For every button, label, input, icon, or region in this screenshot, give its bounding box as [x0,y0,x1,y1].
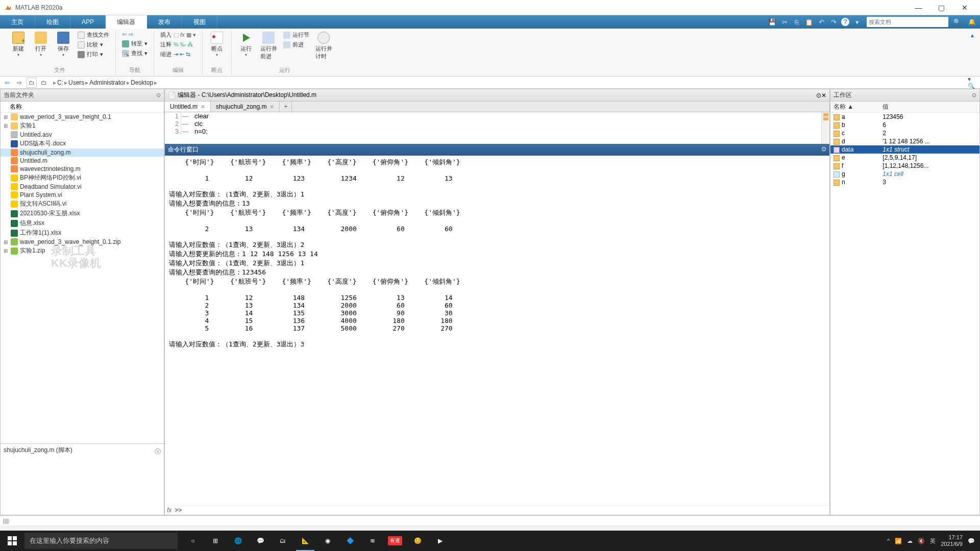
editor-tab-untitled[interactable]: Untitled.m✕ [165,102,211,112]
file-row[interactable]: Deadband Simulator.vi [1,183,164,191]
menu-plots[interactable]: 绘图 [35,15,70,29]
browse-folder-button[interactable]: ▾ 🔍 [968,78,978,88]
file-row[interactable]: Plant System.vi [1,191,164,199]
editor-tab-new[interactable]: + [280,102,292,112]
file-row[interactable]: Untitled.m [1,157,164,165]
run-button[interactable]: 运行▾ [236,31,256,58]
group-label-nav: 导航 [129,65,140,76]
file-row[interactable]: ⊞wave_period_3_wave_height_0.1 [1,113,164,121]
run-section-button[interactable]: 运行节 [281,31,311,39]
toolgroup-run: 运行▾ 运行并 前进 运行节 前进 运行并 计时 运行 [232,31,338,76]
matlab-logo-icon [4,4,12,12]
comment-button[interactable]: 注释 % ‰ ⁂ [158,40,198,49]
close-icon[interactable]: ✕ [201,104,205,110]
command-prompt[interactable]: fx >> [165,505,829,515]
maximize-button[interactable]: ▢ [930,1,953,15]
redo-icon[interactable]: ↷ [829,18,838,26]
ws-col-name[interactable]: 名称 ▲ [830,102,879,113]
close-icon[interactable]: ✕ [270,104,274,110]
editor-scrollbar[interactable] [821,112,829,144]
file-row[interactable]: BP神经网络PID控制.vi [1,173,164,183]
breakpoint-button[interactable]: 断点▾ [207,31,227,58]
toolstrip-collapse-icon[interactable]: ▴ [969,31,976,40]
notifications-icon[interactable]: 🔔 [964,15,980,29]
editor-close-icon[interactable]: ✕ [821,92,826,99]
workspace-row[interactable]: g1x1 cell [830,170,979,178]
fx-icon[interactable]: fx [167,507,172,514]
file-list[interactable]: ⊞wave_period_3_wave_height_0.1⊞实验1Untitl… [1,113,164,443]
ws-col-value[interactable]: 值 [879,102,979,113]
workspace-row[interactable]: c2 [830,129,979,137]
cmd-menu-icon[interactable]: ⊙ [821,145,826,154]
menu-editor[interactable]: 编辑器 [106,15,147,29]
cut-icon[interactable]: ✂ [780,18,789,26]
workspace-row[interactable]: a123456 [830,113,979,121]
panel-menu-icon[interactable]: ⊙ [972,92,976,98]
find-button[interactable]: 🔍查找 ▾ [120,49,150,58]
workspace-row[interactable]: d'1 12 148 1256 ... [830,137,979,145]
search-icon[interactable]: 🔍 [950,18,964,26]
breadcrumb[interactable]: ▸ C:▸ Users▸ Administrator▸ Desktop▸ [53,79,157,86]
nav-back-button[interactable]: ⇦⇨ [120,31,150,38]
file-row[interactable]: ⊞实验1.zip [1,246,164,256]
editor-menu-icon[interactable]: ⊙ [816,92,821,99]
file-row[interactable]: wavevectrinotesting.m [1,165,164,173]
workspace-row[interactable]: n3 [830,178,979,186]
workspace-table[interactable]: 名称 ▲值 a123456b6c2d'1 12 148 1256 ...data… [830,102,979,186]
undo-icon[interactable]: ↶ [817,18,826,26]
nav-up-icon[interactable]: 🗀 [27,78,37,88]
goto-button[interactable]: 转至 ▾ [120,39,150,48]
current-folder-title: 当前文件夹 [4,91,154,99]
file-row[interactable]: 20210530-宋玉朋.xlsx [1,209,164,218]
group-label-edit: 编辑 [173,65,184,76]
workspace-title: 工作区 [834,91,970,99]
nav-folder-icon[interactable]: 🗀 [39,78,49,88]
workspace-row[interactable]: e[2,5,9,14,17] [830,154,979,162]
menu-apps[interactable]: APP [70,15,106,29]
workspace-row[interactable]: b6 [830,121,979,129]
run-time-button[interactable]: 运行并 计时 [313,31,334,61]
file-row[interactable]: UDS版本号.docx [1,139,164,148]
save-icon[interactable]: 💾 [768,18,777,26]
advance-button[interactable]: 前进 [281,40,311,49]
toolgroup-edit: 插入 ⬚ fx ▦ ▾ 注释 % ‰ ⁂ 缩进 ⇥ ⇤ ⇆ 编辑 [154,31,203,76]
editor-tab-shujuchuli[interactable]: shujuchuli_zong.m✕ [211,102,280,112]
file-row[interactable]: 报文转ASCII码.vi [1,199,164,209]
save-button[interactable]: 保存▾ [53,31,74,58]
run-advance-button[interactable]: 运行并 前进 [258,31,279,61]
file-row[interactable]: ⊞wave_period_3_wave_height_0.1.zip [1,238,164,246]
nav-back-icon[interactable]: ⇦ [2,78,12,88]
compare-button[interactable]: 比较 ▾ [76,40,111,49]
file-row[interactable]: shujuchuli_zong.m [1,148,164,157]
file-row[interactable]: 工作簿1(1).xlsx [1,228,164,238]
minimize-button[interactable]: — [907,1,930,15]
file-list-header[interactable]: 名称 [1,102,164,113]
close-button[interactable]: ✕ [953,1,976,15]
help-icon[interactable]: ? [841,18,849,26]
menu-publish[interactable]: 发布 [147,15,182,29]
indent-button[interactable]: 缩进 ⇥ ⇤ ⇆ [158,50,198,59]
dropdown-icon[interactable]: ▾ [852,18,862,26]
file-row[interactable]: ⊞实验1 [1,121,164,131]
file-row[interactable]: 信息.xlsx [1,218,164,228]
workspace-row[interactable]: f[1,12,148,1256... [830,162,979,170]
insert-button[interactable]: 插入 ⬚ fx ▦ ▾ [158,31,198,39]
editor-header: 📄 编辑器 - C:\Users\Administrator\Desktop\U… [165,89,829,102]
copy-icon[interactable]: ⎘ [792,18,801,26]
file-row[interactable]: Untitled.asv [1,131,164,139]
print-button[interactable]: 打印 ▾ [76,50,111,59]
open-button[interactable]: 打开▾ [31,31,51,58]
editor-tabs: Untitled.m✕ shujuchuli_zong.m✕ + [165,102,829,112]
paste-icon[interactable]: 📋 [804,18,814,26]
search-docs-input[interactable] [867,17,948,27]
toolstrip: +新建▾ 打开▾ 保存▾ 查找文件 比较 ▾ 打印 ▾ 文件 ⇦⇨ 转至 ▾ 🔍… [0,29,980,77]
nav-fwd-icon[interactable]: ⇨ [14,78,24,88]
menu-home[interactable]: 主页 [0,15,35,29]
find-files-button[interactable]: 查找文件 [76,31,111,39]
new-button[interactable]: +新建▾ [8,31,29,58]
menu-view[interactable]: 视图 [182,15,217,29]
command-window-body[interactable]: {'时间'} {'航班号'} {'频率'} {'高度'} {'俯仰角'} {'倾… [165,156,829,505]
panel-menu-icon[interactable]: ⊙ [156,92,161,98]
workspace-row[interactable]: data1x1 struct [830,145,979,154]
editor-body[interactable]: 1—clear2—clc3—n=0; [165,112,829,144]
